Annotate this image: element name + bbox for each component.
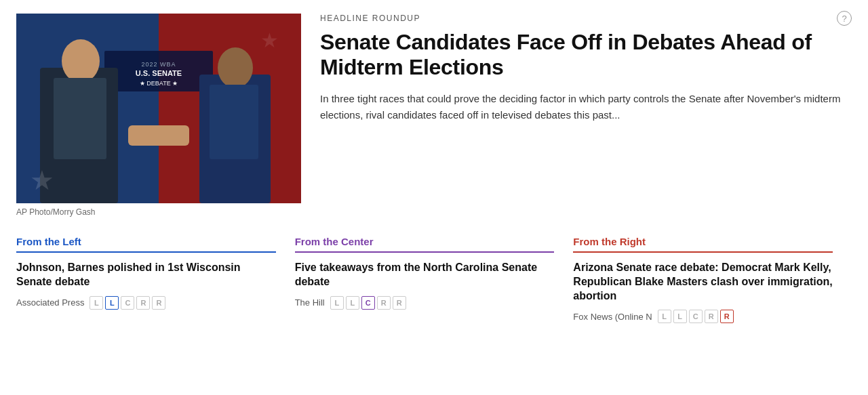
article-image: 2022 WBA U.S. SENATE ★ DEBATE ★ ★ ★ <box>16 14 301 203</box>
top-section: 2022 WBA U.S. SENATE ★ DEBATE ★ ★ ★ AP P… <box>16 14 852 217</box>
column-right-source-row: Fox News (Online N L L C R R <box>573 310 833 323</box>
column-right-header: From the Right <box>573 236 833 253</box>
badge-c5[interactable]: R <box>393 296 406 310</box>
article-image-container: 2022 WBA U.S. SENATE ★ DEBATE ★ ★ ★ AP P… <box>16 14 301 217</box>
badge-r2[interactable]: L <box>673 310 687 323</box>
columns-section: From the Left Johnson, Barnes polished i… <box>16 236 852 323</box>
svg-rect-13 <box>128 125 189 146</box>
column-left-article-title[interactable]: Johnson, Barnes polished in 1st Wisconsi… <box>16 261 276 289</box>
column-right-badges: L L C R R <box>658 310 734 323</box>
help-icon[interactable]: ? <box>837 11 852 26</box>
badge-r5[interactable]: R <box>720 310 734 323</box>
column-left-badges: L L C R R <box>90 296 165 310</box>
svg-point-8 <box>62 39 100 83</box>
badge-r3[interactable]: C <box>689 310 703 323</box>
badge-l1[interactable]: L <box>90 296 103 310</box>
column-right-article-title[interactable]: Arizona Senate race debate: Democrat Mar… <box>573 261 833 303</box>
column-right-source: Fox News (Online N <box>573 312 652 322</box>
column-center-source: The Hill <box>295 297 325 308</box>
badge-c1[interactable]: L <box>330 296 344 310</box>
column-center: From the Center Five takeaways from the … <box>295 236 574 323</box>
badge-c3[interactable]: C <box>361 296 375 310</box>
column-center-header: From the Center <box>295 236 555 253</box>
column-left-source: Associated Press <box>16 297 84 308</box>
badge-l4[interactable]: R <box>136 296 150 310</box>
headline-content: HEADLINE ROUNDUP ? Senate Candidates Fac… <box>320 14 852 217</box>
column-center-badges: L L C R R <box>330 296 406 310</box>
column-left-header: From the Left <box>16 236 276 253</box>
badge-c2[interactable]: L <box>346 296 359 310</box>
badge-l3[interactable]: C <box>121 296 134 310</box>
badge-l5[interactable]: R <box>152 296 165 310</box>
badge-l2[interactable]: L <box>105 296 119 310</box>
svg-text:2022 WBA: 2022 WBA <box>141 61 176 68</box>
badge-r1[interactable]: L <box>658 310 671 323</box>
column-right: From the Right Arizona Senate race debat… <box>573 236 852 323</box>
svg-text:★ DEBATE ★: ★ DEBATE ★ <box>140 80 178 87</box>
svg-point-11 <box>218 47 253 88</box>
svg-text:★: ★ <box>260 29 279 51</box>
main-description: In three tight races that could prove th… <box>320 91 852 123</box>
column-center-article-title[interactable]: Five takeaways from the North Carolina S… <box>295 261 555 289</box>
column-left-source-row: Associated Press L L C R R <box>16 296 276 310</box>
image-caption: AP Photo/Morry Gash <box>16 207 301 217</box>
svg-rect-9 <box>54 78 106 159</box>
svg-text:U.S. SENATE: U.S. SENATE <box>136 69 182 77</box>
roundup-label: HEADLINE ROUNDUP <box>320 14 420 23</box>
column-center-source-row: The Hill L L C R R <box>295 296 555 310</box>
badge-c4[interactable]: R <box>377 296 391 310</box>
svg-text:★: ★ <box>30 165 54 195</box>
svg-rect-12 <box>210 85 258 159</box>
badge-r4[interactable]: R <box>705 310 718 323</box>
column-left: From the Left Johnson, Barnes polished i… <box>16 236 295 323</box>
main-headline[interactable]: Senate Candidates Face Off in Debates Ah… <box>320 30 852 80</box>
